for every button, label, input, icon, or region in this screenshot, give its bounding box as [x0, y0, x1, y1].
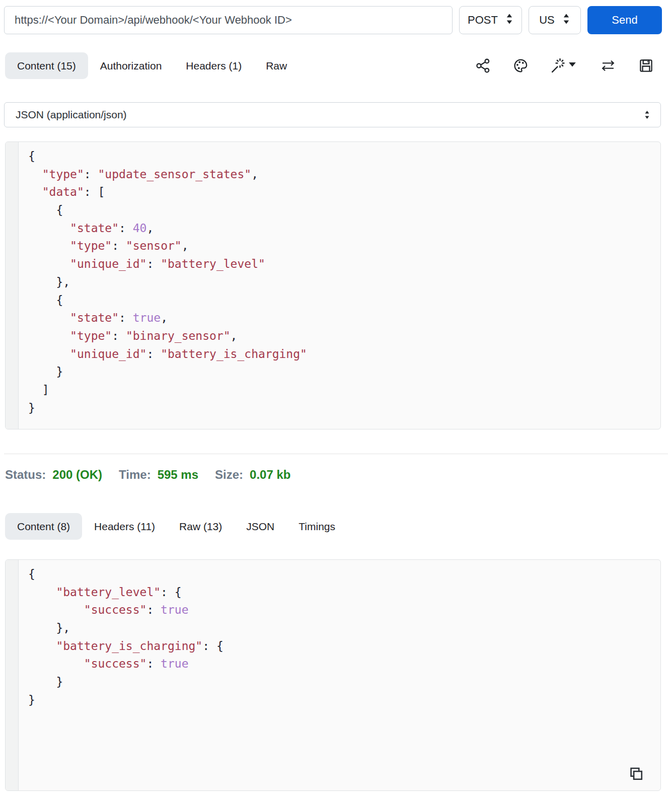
save-button[interactable] — [638, 58, 654, 74]
response-tabs-row: Content (8) Headers (11) Raw (13) JSON T… — [5, 513, 668, 540]
size-group: Size: 0.07 kb — [215, 467, 290, 482]
chevron-updown-icon — [644, 108, 650, 121]
transfer-arrows-icon — [600, 58, 617, 74]
request-tabs-row: Content (15) Authorization Headers (1) R… — [5, 52, 668, 79]
method-select-value: POST — [468, 14, 498, 27]
magic-wand-icon — [550, 57, 578, 74]
chevron-updown-icon — [505, 13, 513, 28]
response-body-viewer: { "battery_level": { "success": true }, … — [5, 559, 661, 791]
tab-response-timings[interactable]: Timings — [286, 513, 347, 540]
tab-response-raw[interactable]: Raw (13) — [167, 513, 234, 540]
tab-raw[interactable]: Raw — [254, 52, 299, 79]
region-select-value: US — [539, 14, 555, 27]
magic-wand-button[interactable] — [550, 57, 578, 74]
save-icon — [638, 58, 654, 74]
size-label: Size: — [215, 467, 243, 482]
chevron-updown-icon — [562, 13, 570, 28]
editor-gutter — [6, 142, 19, 429]
response-body-code: { "battery_level": { "success": true }, … — [19, 560, 660, 790]
share-icon — [476, 58, 491, 74]
tab-headers[interactable]: Headers (1) — [174, 52, 254, 79]
tab-content[interactable]: Content (15) — [5, 52, 88, 79]
content-type-select[interactable]: JSON (application/json) — [4, 102, 661, 127]
response-tabs: Content (8) Headers (11) Raw (13) JSON T… — [5, 513, 347, 540]
tab-response-content[interactable]: Content (8) — [5, 513, 82, 540]
copy-button[interactable] — [628, 766, 644, 784]
method-select[interactable]: POST — [459, 6, 522, 34]
tab-authorization[interactable]: Authorization — [88, 52, 174, 79]
request-bar: POST US Send — [4, 6, 662, 34]
region-select[interactable]: US — [529, 6, 581, 34]
size-value: 0.07 kb — [250, 467, 290, 482]
response-summary: Status: 200 (OK) Time: 595 ms Size: 0.07… — [5, 467, 672, 482]
content-type-value: JSON (application/json) — [16, 109, 127, 121]
request-body-code[interactable]: { "type": "update_sensor_states", "data"… — [19, 142, 660, 429]
tab-response-json[interactable]: JSON — [234, 513, 286, 540]
copy-icon — [628, 766, 644, 782]
transfer-button[interactable] — [600, 58, 617, 74]
request-tabs: Content (15) Authorization Headers (1) R… — [5, 52, 299, 79]
time-group: Time: 595 ms — [119, 467, 198, 482]
share-button[interactable] — [476, 58, 491, 74]
viewer-gutter — [6, 560, 19, 790]
palette-button[interactable] — [513, 58, 529, 74]
time-value: 595 ms — [158, 467, 198, 482]
status-label: Status: — [5, 467, 46, 482]
time-label: Time: — [119, 467, 151, 482]
send-button[interactable]: Send — [587, 6, 662, 34]
tab-response-headers[interactable]: Headers (11) — [82, 513, 167, 540]
caret-down-icon — [569, 62, 576, 67]
request-toolbar — [476, 57, 668, 74]
palette-icon — [513, 58, 529, 74]
url-input[interactable] — [4, 6, 453, 34]
request-body-editor: { "type": "update_sensor_states", "data"… — [5, 141, 661, 429]
status-value: 200 (OK) — [52, 467, 102, 482]
status-group: Status: 200 (OK) — [5, 467, 102, 482]
section-divider — [4, 454, 668, 454]
